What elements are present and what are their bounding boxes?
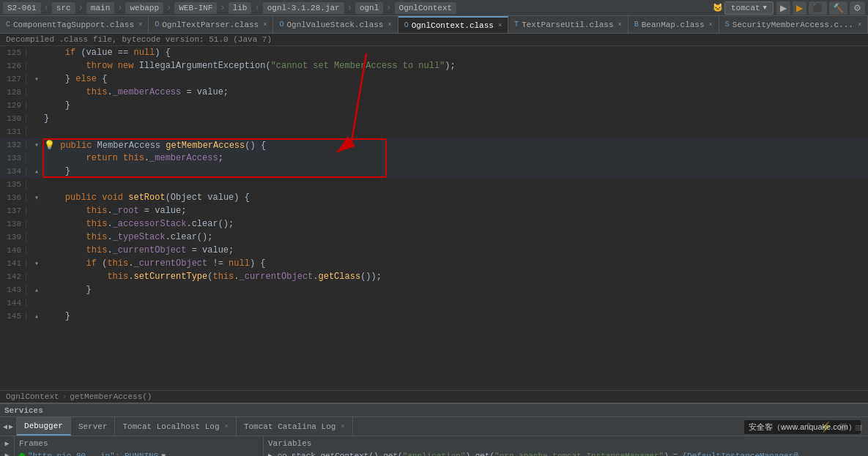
side-nav: ▶ ▶ xyxy=(0,436,15,456)
variables-header: Variables xyxy=(265,438,867,450)
line-number: 144 xyxy=(0,299,26,307)
line-code: this.setCurrentType(this._currentObject.… xyxy=(42,272,868,282)
build-button[interactable]: 🔨 xyxy=(829,1,847,15)
bottom-tabs: ◀ ▶ Debugger Server Tomcat Localhost Log… xyxy=(0,417,868,436)
tab-icon: O xyxy=(279,20,283,29)
tab-debugger[interactable]: Debugger xyxy=(17,417,71,436)
main-item[interactable]: main xyxy=(86,2,114,14)
variable-row: ▶ oo stack.getContext().get("application… xyxy=(265,450,867,456)
code-editor[interactable]: 125 if (value == null) { 126 throw new I… xyxy=(0,46,868,390)
tab-close-icon[interactable]: × xyxy=(709,21,713,29)
table-row: 137 this._root = value; xyxy=(0,204,868,217)
table-row: 135 xyxy=(0,178,868,191)
tab-component-tag-support[interactable]: C ComponentTagSupport.class × xyxy=(0,16,149,33)
tab-tomcat-catalina-log[interactable]: Tomcat Catalina Log × xyxy=(237,417,353,436)
line-number: 127 xyxy=(0,75,26,83)
line-number: 139 xyxy=(0,233,26,242)
line-gutter: ▾ xyxy=(31,259,42,268)
breadcrumb: OgnlContext › getMemberAccess() xyxy=(0,390,868,403)
var-type: oo xyxy=(278,452,287,457)
tab-security-member-access[interactable]: S SecurityMemberAccess.c... × xyxy=(719,16,868,33)
line-number: 142 xyxy=(0,272,26,281)
line-code: this._accessorStack.clear(); xyxy=(42,219,868,229)
tab-close-icon[interactable]: × xyxy=(225,423,229,430)
tab-bean-map[interactable]: B BeanMap.class × xyxy=(628,16,719,33)
thread-name[interactable]: "http-nio-80...in": RUNNING xyxy=(28,452,158,456)
webinf-item[interactable]: WEB-INF xyxy=(174,2,217,14)
side-nav-down[interactable]: ▶ xyxy=(4,451,9,456)
side-nav-up[interactable]: ▶ xyxy=(4,439,9,448)
debug-button[interactable]: ▶ xyxy=(793,1,806,15)
settings-button[interactable]: ⚙ xyxy=(850,1,865,15)
breadcrumb-ognl-context[interactable]: OgnlContext xyxy=(6,392,59,401)
tab-text-parse-util[interactable]: T TextParseUtil.class × xyxy=(508,16,628,33)
line-gutter: ▴ xyxy=(31,285,42,294)
table-row: 139 this._typeStack.clear(); xyxy=(0,231,868,244)
table-row: 126 throw new IllegalArgumentException("… xyxy=(0,59,868,72)
line-number: 130 xyxy=(0,114,26,123)
expand-arrow[interactable]: ▶ xyxy=(268,451,273,456)
jar-item[interactable]: ognl-3.1.28.jar xyxy=(263,2,344,14)
expand-icon[interactable]: ◀ xyxy=(3,422,7,431)
line-number: 136 xyxy=(0,193,26,202)
collapse-icon[interactable]: ▶ xyxy=(9,422,13,431)
run-button[interactable]: ▶ xyxy=(776,1,790,15)
tab-close-icon[interactable]: × xyxy=(263,21,267,29)
tab-close-icon[interactable]: × xyxy=(387,21,391,29)
line-code: } xyxy=(42,100,868,111)
tab-ognl-text-parser[interactable]: O OgnlTextParser.class × xyxy=(149,16,273,33)
table-row: 143 ▴ } xyxy=(0,283,868,296)
tab-close-icon[interactable]: × xyxy=(618,21,622,29)
table-row: 136 ▾ public void setRoot(Object value) … xyxy=(0,191,868,204)
tab-server[interactable]: Server xyxy=(71,417,116,436)
line-code: return this._memberAccess; xyxy=(42,153,868,163)
info-text: Decompiled .class file, bytecode version… xyxy=(6,35,272,44)
tab-icon: S xyxy=(725,20,730,29)
line-code: } else { xyxy=(42,74,868,84)
table-row: 129 } xyxy=(0,99,868,112)
table-row: 141 ▾ if (this._currentObject != null) { xyxy=(0,257,868,270)
line-code: this._memberAccess = value; xyxy=(42,87,868,97)
line-number: 133 xyxy=(0,154,26,162)
table-row: 128 this._memberAccess = value; xyxy=(0,86,868,99)
table-row: 144 xyxy=(0,296,868,310)
table-row: 130 } xyxy=(0,112,868,125)
line-code: } xyxy=(42,285,868,295)
tab-ognl-context[interactable]: O OgnlContext.class × xyxy=(398,16,508,33)
var-expression: stack.getContext().get("application").ge… xyxy=(292,452,669,457)
table-row: 125 if (value == null) { xyxy=(0,46,868,59)
tab-catalina-log-label: Tomcat Catalina Log xyxy=(244,422,335,431)
table-row: 133 return this._memberAccess; xyxy=(0,152,868,165)
ognlcontext-item[interactable]: OgnlContext xyxy=(395,2,457,14)
tab-close-icon[interactable]: × xyxy=(341,423,344,430)
tab-close-icon[interactable]: × xyxy=(858,21,861,29)
line-gutter: ▾ xyxy=(31,193,42,202)
stop-button[interactable]: ⬛ xyxy=(809,1,827,15)
tab-label: TextParseUtil.class xyxy=(522,20,613,29)
project-indicator[interactable]: S2-061 xyxy=(3,2,41,14)
line-number: 128 xyxy=(0,88,26,97)
breadcrumb-method[interactable]: getMemberAccess() xyxy=(70,392,152,401)
tomcat-dropdown-arrow: ▼ xyxy=(763,4,767,12)
webapp-item[interactable]: webapp xyxy=(125,2,163,14)
tab-close-icon[interactable]: × xyxy=(138,21,142,29)
src-item[interactable]: src xyxy=(52,2,75,14)
thread-dropdown-arrow[interactable]: ▼ xyxy=(161,452,166,457)
frames-header: Frames xyxy=(16,438,261,450)
tab-localhost-log-label: Tomcat Localhost Log xyxy=(122,422,219,431)
ognl-item[interactable]: ognl xyxy=(355,2,383,14)
table-row: 145 ▴ } xyxy=(0,310,868,323)
tab-label: ComponentTagSupport.class xyxy=(13,20,134,29)
code-lines: 125 if (value == null) { 126 throw new I… xyxy=(0,46,868,323)
breadcrumb-separator: › xyxy=(62,392,67,401)
tomcat-button[interactable]: tomcat ▼ xyxy=(724,1,774,15)
tab-tomcat-localhost-log[interactable]: Tomcat Localhost Log × xyxy=(115,417,236,436)
tab-close-icon[interactable]: × xyxy=(498,22,502,29)
top-bar-right: 🐱 tomcat ▼ ▶ ▶ ⬛ 🔨 ⚙ xyxy=(713,1,865,15)
tomcat-label: tomcat xyxy=(731,4,760,12)
lib-item[interactable]: lib xyxy=(229,2,252,14)
line-number: 138 xyxy=(0,220,26,228)
tab-ognl-value-stack[interactable]: O OgnlValueStack.class × xyxy=(273,16,398,33)
line-code: this._typeStack.clear(); xyxy=(42,232,868,242)
line-code: this._currentObject = value; xyxy=(42,245,868,255)
